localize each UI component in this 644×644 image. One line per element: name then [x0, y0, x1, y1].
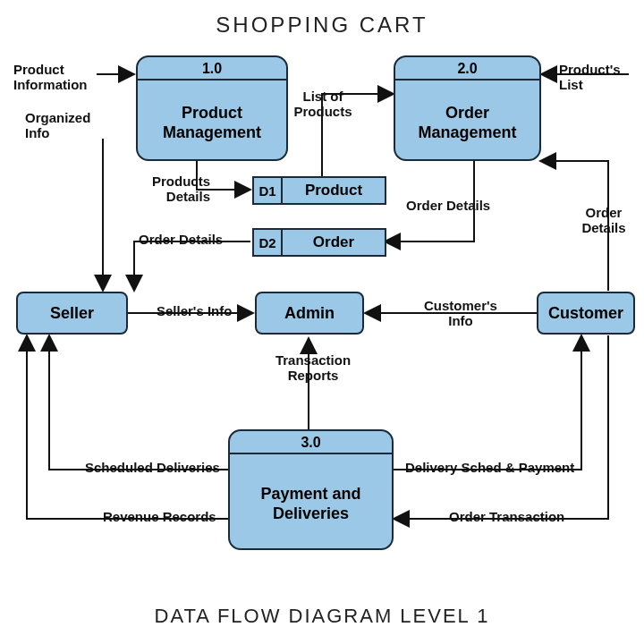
flow-label: Order Details [139, 233, 223, 248]
datastore-product: D1 Product [252, 176, 386, 205]
flow-label: Customer's Info [416, 299, 505, 328]
flow-label: Seller's Info [157, 304, 232, 319]
process-payment-deliveries: 3.0 Payment and Deliveries [228, 429, 394, 550]
process-order-management: 2.0 Order Management [394, 55, 541, 161]
diagram-footer: DATA FLOW DIAGRAM LEVEL 1 [0, 605, 644, 628]
datastore-name: Order [283, 230, 385, 255]
flow-label: Transaction Reports [270, 353, 356, 383]
datastore-order: D2 Order [252, 228, 386, 257]
flow-label: Product's List [559, 63, 631, 92]
flow-label: List of Products [292, 89, 354, 119]
flow-label: Scheduled Deliveries [85, 461, 220, 476]
flow-label: Revenue Records [103, 510, 216, 525]
entity-customer: Customer [537, 292, 635, 335]
flow-label: Product Information [13, 63, 96, 92]
entity-seller: Seller [16, 292, 128, 335]
process-product-management: 1.0 Product Management [136, 55, 288, 161]
flow-label: Organized Info [25, 111, 102, 140]
process-name: Product Management [138, 80, 286, 165]
process-name: Order Management [395, 80, 539, 165]
flow-label: Order Transaction [449, 510, 564, 525]
flow-label: Order Details [577, 206, 631, 235]
process-number: 1.0 [138, 57, 286, 80]
flow-label: Products Details [148, 174, 210, 204]
process-name: Payment and Deliveries [230, 454, 392, 553]
flow-label: Delivery Sched & Payment [405, 461, 574, 476]
datastore-name: Product [283, 178, 385, 203]
entity-admin: Admin [255, 292, 364, 335]
flow-label: Order Details [406, 199, 490, 214]
process-number: 3.0 [230, 431, 392, 454]
process-number: 2.0 [395, 57, 539, 80]
datastore-id: D2 [252, 230, 283, 255]
datastore-id: D1 [252, 178, 283, 203]
